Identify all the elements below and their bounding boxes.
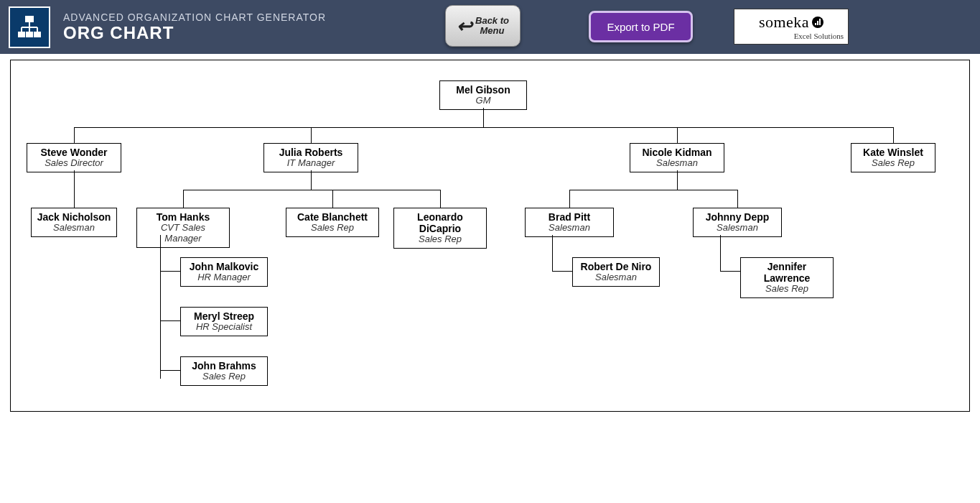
node-name: Jennifer Lawrence: [745, 261, 829, 284]
connector: [677, 127, 678, 143]
node-name: Robert De Niro: [577, 261, 655, 272]
connector: [160, 235, 161, 379]
connector: [183, 190, 184, 208]
node-name: Nicole Kidman: [635, 147, 719, 158]
node-name: Mel Gibson: [444, 84, 522, 96]
connector: [332, 190, 333, 208]
svg-rect-2: [26, 32, 33, 37]
node-gm[interactable]: Mel Gibson GM: [439, 80, 527, 110]
node-role: Sales Rep: [398, 234, 482, 245]
org-chart-icon: [15, 13, 44, 42]
node-role: CVT Sales Manager: [141, 223, 225, 244]
connector: [552, 271, 572, 272]
node-role: Salesman: [698, 223, 777, 234]
node-salesman-rdn[interactable]: Robert De Niro Salesman: [572, 257, 660, 287]
node-name: John Malkovic: [185, 261, 263, 272]
node-sales-rep-kw[interactable]: Kate Winslet Sales Rep: [851, 143, 935, 172]
node-sales-rep-cb[interactable]: Cate Blanchett Sales Rep: [286, 208, 379, 237]
node-role: IT Manager: [269, 158, 353, 169]
node-salesman-jd[interactable]: Johnny Depp Salesman: [693, 208, 782, 237]
node-role: Sales Rep: [185, 372, 263, 382]
node-name: Cate Blanchett: [291, 211, 374, 223]
svg-rect-1: [18, 32, 25, 37]
node-salesman-nk[interactable]: Nicole Kidman Salesman: [630, 143, 724, 172]
node-name: Johnny Depp: [698, 211, 777, 223]
connector: [737, 190, 738, 208]
node-role: Sales Director: [32, 158, 116, 169]
node-name: Kate Winslet: [856, 147, 930, 158]
app-subtitle: ADVANCED ORGANIZATION CHART GENERATOR: [63, 11, 326, 23]
node-role: Salesman: [36, 223, 112, 234]
node-hr-manager[interactable]: John Malkovic HR Manager: [180, 257, 268, 287]
node-role: Sales Rep: [745, 284, 829, 295]
node-role: HR Manager: [185, 272, 263, 283]
node-role: Sales Rep: [856, 158, 930, 169]
title-block: ADVANCED ORGANIZATION CHART GENERATOR OR…: [63, 11, 326, 43]
node-sales-rep-jl[interactable]: Jennifer Lawrence Sales Rep: [740, 257, 834, 298]
connector: [160, 320, 180, 321]
connector: [160, 370, 180, 371]
app-title: ORG CHART: [63, 23, 326, 43]
connector: [160, 271, 180, 272]
node-name: Brad Pitt: [530, 211, 609, 223]
connector: [893, 127, 894, 143]
connector: [74, 127, 894, 128]
connector: [311, 127, 312, 143]
node-name: Jack Nicholson: [36, 211, 112, 223]
node-cvt-sales-manager[interactable]: Tom Hanks CVT Sales Manager: [136, 208, 230, 248]
connector: [483, 108, 484, 127]
node-it-manager[interactable]: Julia Roberts IT Manager: [263, 143, 358, 172]
back-arrow-icon: ↩: [457, 17, 472, 35]
vendor-logo: someka Excel Solutions: [734, 9, 849, 45]
connector: [74, 127, 75, 143]
node-name: Steve Wonder: [32, 147, 116, 158]
app-logo: [9, 6, 50, 48]
node-hr-specialist[interactable]: Meryl Streep HR Specialist: [180, 307, 268, 336]
node-salesman-jn[interactable]: Jack Nicholson Salesman: [31, 208, 117, 237]
node-name: John Brahms: [185, 360, 263, 372]
connector: [569, 190, 570, 208]
node-role: HR Specialist: [185, 322, 263, 333]
node-sales-rep-jb[interactable]: John Brahms Sales Rep: [180, 356, 268, 386]
node-role: Salesman: [530, 223, 609, 234]
node-name: Julia Roberts: [269, 147, 353, 158]
connector: [552, 235, 553, 271]
org-chart-canvas: Mel Gibson GM Steve Wonder Sales Directo…: [10, 60, 970, 412]
back-button-label: Back toMenu: [475, 16, 509, 37]
connector: [720, 235, 721, 271]
connector: [569, 190, 737, 190]
node-role: Salesman: [577, 272, 655, 283]
vendor-mark-icon: [812, 17, 823, 28]
connector: [74, 170, 75, 208]
connector: [311, 170, 312, 190]
connector: [440, 190, 441, 208]
connector: [720, 271, 740, 272]
node-sales-director[interactable]: Steve Wonder Sales Director: [27, 143, 121, 172]
node-sales-rep-ld[interactable]: Leonardo DiCaprio Sales Rep: [393, 208, 487, 249]
node-name: Leonardo DiCaprio: [398, 211, 482, 234]
export-button-label: Export to PDF: [607, 21, 674, 33]
back-to-menu-button[interactable]: ↩ Back toMenu: [445, 5, 521, 47]
vendor-tagline: Excel Solutions: [794, 32, 844, 40]
export-to-pdf-button[interactable]: Export to PDF: [589, 11, 693, 42]
connector: [183, 190, 440, 190]
svg-rect-3: [34, 32, 41, 37]
connector: [677, 170, 678, 190]
node-role: GM: [444, 96, 522, 106]
node-name: Tom Hanks: [141, 211, 225, 223]
svg-rect-0: [25, 16, 34, 22]
node-name: Meryl Streep: [185, 310, 263, 322]
node-salesman-bp[interactable]: Brad Pitt Salesman: [525, 208, 614, 237]
vendor-name: someka: [759, 13, 809, 32]
node-role: Salesman: [635, 158, 719, 169]
node-role: Sales Rep: [291, 223, 374, 234]
